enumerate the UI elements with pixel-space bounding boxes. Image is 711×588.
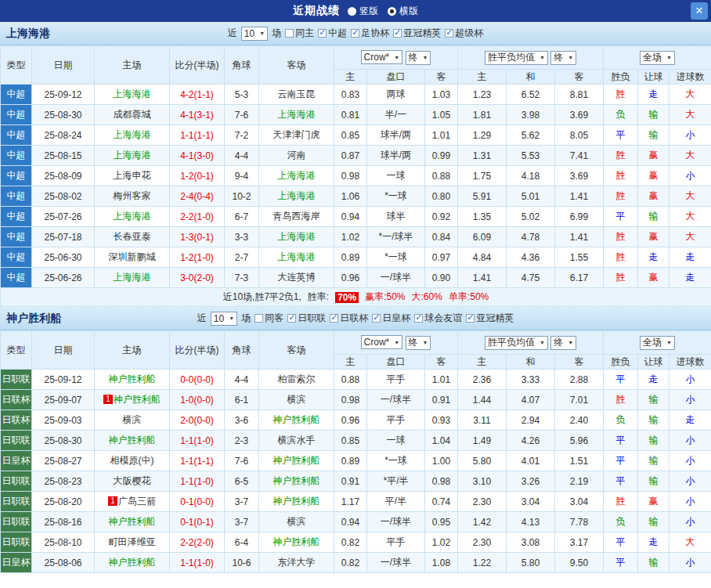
asia-handicap: *一/球半 [367, 227, 425, 247]
summary-stat: 赢率:50% [365, 290, 405, 304]
euro-draw-odds: 5.53 [507, 146, 555, 166]
europe-odds-select[interactable]: 胜平负均值▼ [485, 336, 548, 350]
filter-bar: 近10▼场同主中超足协杯亚冠精英超级杯 [228, 27, 483, 41]
euro-draw-odds: 4.26 [507, 431, 555, 451]
selected-team-name: 神户胜利船 [109, 435, 156, 446]
select-value: 终 [554, 51, 563, 64]
goals-result-cell: 小 [669, 553, 711, 573]
league-badge: 中超 [1, 146, 32, 166]
match-row: 日联杯25-09-071神户胜利船1-0(0-0)6-1横滨0.98一/球半0.… [1, 390, 711, 410]
team-cell: 上海海港 [259, 247, 334, 268]
asia-stage-select[interactable]: 终▼ [406, 51, 431, 65]
sub-column-header: 主 [334, 355, 367, 370]
match-row: 日皇杯25-08-06神户胜利船1-1(1-0)10-6东洋大学0.82一/球半… [1, 553, 711, 573]
match-row: 中超25-08-15上海海港4-1(3-0)4-4河南0.87球半/两0.991… [1, 146, 711, 166]
checkbox-icon[interactable] [254, 314, 263, 323]
matches-count-select[interactable]: 10▼ [241, 27, 268, 41]
handicap-result-cell: 走 [638, 370, 669, 390]
euro-away-odds: 3.04 [555, 492, 604, 512]
europe-stage-select[interactable]: 终▼ [550, 336, 576, 350]
match-row: 中超25-08-24上海海港1-1(1-1)7-2天津津门虎0.85球半/两1.… [1, 125, 711, 146]
chevron-down-icon: ▼ [666, 55, 672, 60]
goals-result-cell: 小 [669, 125, 711, 146]
competition-filter[interactable]: 超级杯 [445, 27, 483, 40]
sub-column-header: 让球 [638, 355, 669, 370]
team-name: 相模原(中) [110, 455, 154, 466]
europe-odds-select[interactable]: 胜平负均值▼ [485, 51, 548, 65]
competition-filter[interactable]: 日职联 [287, 312, 326, 325]
result-cell: 胜 [604, 268, 638, 288]
scope-select[interactable]: 全场▼ [640, 336, 675, 350]
match-score: 2-4(0-4) [170, 186, 225, 207]
checkbox-icon[interactable] [393, 29, 402, 38]
europe-stage-select[interactable]: 终▼ [550, 51, 576, 65]
team-name: 广岛三箭 [118, 496, 156, 507]
asia-home-odds: 0.83 [334, 85, 367, 105]
competition-filter[interactable]: 同客 [254, 312, 283, 325]
radio-icon[interactable] [388, 7, 396, 16]
team-cell: 相模原(中) [95, 451, 170, 471]
layout-radio-option[interactable]: 横版 [388, 5, 418, 18]
asia-handicap: 球半 [367, 207, 425, 227]
checkbox-icon[interactable] [351, 29, 359, 38]
checkbox-icon[interactable] [372, 314, 381, 323]
checkbox-icon[interactable] [285, 29, 294, 38]
selected-team-name: 神户胜利船 [109, 516, 156, 527]
asia-stage-select[interactable]: 终▼ [406, 336, 431, 350]
asia-home-odds: 0.85 [334, 431, 367, 451]
asia-handicap: *一球 [367, 451, 425, 471]
scope-select[interactable]: 全场▼ [640, 51, 675, 65]
corner-score: 3-6 [225, 410, 259, 431]
checkbox-icon[interactable] [466, 314, 475, 323]
asia-handicap: 球半/两 [367, 146, 425, 166]
team-cell: 上海海港 [95, 85, 170, 105]
euro-home-odds: 1.49 [458, 431, 507, 451]
topbar: 近期战绩 竖版横版 ✕ [0, 0, 711, 22]
competition-filter[interactable]: 同主 [285, 27, 314, 40]
goals-result-cell: 大 [669, 186, 711, 207]
selected-team-name: 上海海港 [278, 170, 316, 181]
selected-team-name: 神户胜利船 [273, 475, 320, 486]
match-date: 25-08-30 [32, 431, 95, 451]
close-button[interactable]: ✕ [691, 2, 708, 20]
europe-odds-selectors: 胜平负均值▼ 终▼ [458, 331, 604, 355]
checkbox-icon[interactable] [287, 314, 296, 323]
checkbox-icon[interactable] [330, 314, 338, 323]
sub-column-header: 进球数 [669, 70, 711, 85]
win-rate-badge: 70% [335, 292, 359, 303]
bookmaker-select[interactable]: Crow*▼ [361, 335, 403, 349]
matches-count-select[interactable]: 10▼ [211, 312, 237, 326]
euro-away-odds: 2.19 [555, 471, 604, 492]
checkbox-icon[interactable] [414, 314, 423, 323]
competition-filter[interactable]: 日联杯 [330, 312, 368, 325]
euro-draw-odds: 3.04 [507, 492, 555, 512]
competition-filter[interactable]: 日皇杯 [372, 312, 410, 325]
competition-filter[interactable]: 球会友谊 [414, 312, 462, 325]
league-badge: 日联杯 [1, 390, 32, 410]
checkbox-icon[interactable] [318, 29, 327, 38]
match-date: 25-08-24 [32, 125, 95, 146]
corner-score: 4-4 [225, 146, 259, 166]
team-name: 深圳新鹏城 [109, 251, 156, 262]
team-cell: 深圳新鹏城 [95, 247, 170, 268]
bookmaker-select[interactable]: Crow*▼ [361, 50, 403, 64]
layout-radio-option[interactable]: 竖版 [348, 5, 378, 18]
asia-away-odds: 0.91 [425, 390, 458, 410]
handicap-result-cell: 走 [638, 85, 669, 105]
goals-result-cell: 大 [669, 207, 711, 227]
competition-filter[interactable]: 亚冠精英 [393, 27, 441, 40]
checkbox-icon[interactable] [445, 29, 453, 38]
radio-icon[interactable] [348, 7, 356, 16]
selected-team-name: 上海海港 [278, 190, 316, 201]
corner-score: 3-7 [225, 492, 259, 512]
competition-filter[interactable]: 亚冠精英 [466, 312, 514, 325]
euro-away-odds: 5.96 [555, 431, 604, 451]
chevron-down-icon: ▼ [540, 340, 545, 345]
competition-filter[interactable]: 足协杯 [351, 27, 389, 40]
team-section-1: 上海海港近10▼场同主中超足协杯亚冠精英超级杯类型日期主场比分(半场)角球客场C… [0, 22, 711, 307]
team-name: 成都蓉城 [114, 109, 151, 120]
competition-filter[interactable]: 中超 [318, 27, 347, 40]
filter-bar: 近10▼场同客日职联日联杯日皇杯球会友谊亚冠精英 [197, 312, 514, 326]
league-badge: 日职联 [1, 370, 32, 390]
chevron-down-icon: ▼ [259, 31, 265, 36]
